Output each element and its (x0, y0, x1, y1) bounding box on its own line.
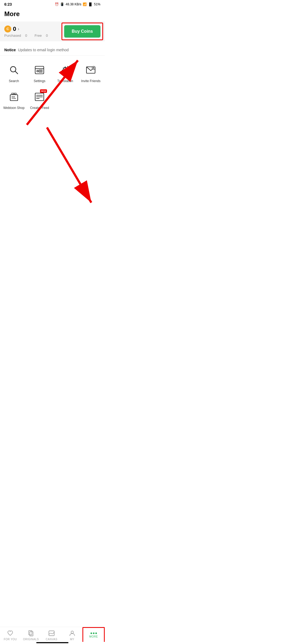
search-icon (8, 64, 20, 76)
purchased-label: Purchased 0 (4, 34, 30, 38)
signal-icon: ▐▌ (88, 2, 93, 6)
coins-info: C 0 › Purchased 0 Free 0 (4, 25, 54, 38)
settings-label: Settings (34, 79, 45, 83)
settings-icon-wrap (32, 63, 46, 77)
buy-coins-wrapper: Buy Coins (64, 25, 100, 38)
coins-section: C 0 › Purchased 0 Free 0 Buy Coins (0, 21, 105, 41)
menu-item-settings[interactable]: Settings (28, 61, 52, 86)
feed-icon-wrap: NEW (32, 90, 46, 104)
wifi-icon: 📶 (83, 2, 87, 6)
battery-icon: 51% (94, 2, 100, 6)
buy-coins-button[interactable]: Buy Coins (64, 25, 100, 38)
notice-bar: Notice Updates to email login method (0, 45, 105, 56)
invite-icon (85, 64, 97, 76)
menu-item-invite[interactable]: Invite Friends (79, 61, 103, 86)
shop-label: Webtoon Shop (3, 106, 24, 110)
svg-line-24 (47, 127, 91, 203)
menu-grid: Search Settings (0, 56, 105, 114)
shop-icon: WEB TOON (8, 91, 20, 103)
coins-number: 0 (13, 25, 16, 32)
status-icons: ⏰ 📳 48.38 KB/s 📶 ▐▌ 51% (55, 2, 100, 6)
status-bar: 6:23 ⏰ 📳 48.38 KB/s 📶 ▐▌ 51% (0, 0, 105, 8)
vibrate-icon: 📳 (60, 2, 64, 6)
network-speed: 48.38 KB/s (66, 2, 81, 6)
shop-icon-wrap: WEB TOON (7, 90, 21, 104)
translation-label: Translation (57, 79, 73, 83)
settings-icon (34, 64, 45, 76)
page-title: More (0, 8, 105, 21)
coins-amount-row[interactable]: C 0 › (4, 25, 54, 32)
free-label: Free 0 (35, 34, 51, 38)
menu-item-creator-feed[interactable]: NEW Creator Feed (28, 88, 52, 112)
feed-label: Creator Feed (30, 106, 49, 110)
search-label: Search (9, 79, 19, 83)
coins-detail: Purchased 0 Free 0 (4, 34, 54, 38)
invite-icon-wrap (84, 63, 98, 77)
svg-text:TOON: TOON (12, 98, 16, 99)
alarm-icon: ⏰ (55, 2, 59, 6)
translation-icon-wrap (58, 63, 72, 77)
menu-item-translation[interactable]: Translation (53, 61, 77, 86)
coins-chevron-icon: › (18, 27, 19, 31)
invite-label: Invite Friends (81, 79, 100, 83)
menu-item-webtoon-shop[interactable]: WEB TOON Webtoon Shop (2, 88, 26, 112)
new-badge: NEW (40, 89, 47, 93)
notice-label: Notice (4, 48, 16, 52)
notice-text: Updates to email login method (18, 48, 69, 52)
status-time: 6:23 (4, 2, 12, 6)
svg-point-4 (37, 70, 38, 72)
search-icon-wrap (7, 63, 21, 77)
translation-icon (59, 64, 71, 76)
menu-item-search[interactable]: Search (2, 61, 26, 86)
coin-icon: C (4, 25, 11, 32)
svg-line-1 (15, 71, 18, 74)
